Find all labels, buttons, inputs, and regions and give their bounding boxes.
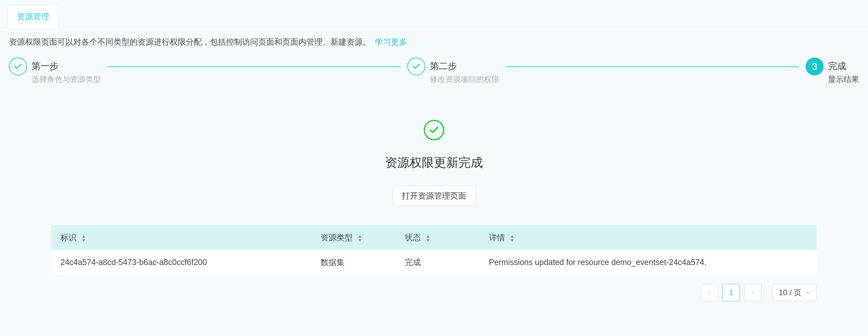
column-header-detail[interactable]: 详情 ▲▼: [480, 225, 816, 250]
check-icon: [9, 58, 27, 75]
results-table-wrap: 标识 ▲▼ 资源类型 ▲▼ 状态 ▲▼ 详情 ▲▼: [0, 225, 868, 275]
column-header-id-label: 标识: [60, 233, 76, 242]
step-3-number-icon: 3: [806, 58, 824, 75]
chevron-down-icon: [805, 290, 810, 295]
step-2-title: 第二步: [430, 60, 499, 72]
column-header-status[interactable]: 状态 ▲▼: [396, 225, 480, 250]
sort-icon: ▲▼: [426, 234, 431, 242]
cell-detail: Permissions updated for resource demo_ev…: [480, 250, 816, 275]
sort-icon: ▲▼: [510, 234, 515, 242]
sort-icon: ▲▼: [81, 234, 86, 242]
step-1-subtitle: 选择角色与资源类型: [31, 74, 101, 85]
chevron-right-icon: [750, 290, 756, 296]
table-header-row: 标识 ▲▼ 资源类型 ▲▼ 状态 ▲▼ 详情 ▲▼: [52, 225, 816, 250]
column-header-type-label: 资源类型: [320, 233, 353, 242]
step-1: 第一步 选择角色与资源类型: [9, 58, 101, 85]
step-2: 第二步 修改资源项目的权限: [407, 58, 499, 85]
step-connector-1: [107, 67, 401, 67]
tab-resource-management[interactable]: 资源管理: [8, 5, 59, 28]
check-icon: [407, 58, 425, 75]
table-row: 24c4a574-a8cd-5473-b6ac-a8c0ccf6f200 数据集…: [52, 250, 816, 275]
step-3: 3 完成 显示结果: [806, 58, 859, 85]
sort-icon: ▲▼: [358, 234, 362, 242]
column-header-id[interactable]: 标识 ▲▼: [52, 225, 311, 250]
chevron-left-icon: [706, 290, 712, 296]
next-page-button[interactable]: [744, 284, 762, 301]
result-section: 资源权限更新完成 打开资源管理页面: [0, 88, 868, 225]
learn-more-link[interactable]: 学习更多: [375, 37, 407, 46]
step-connector-2: [506, 67, 799, 67]
step-1-title: 第一步: [31, 60, 101, 72]
step-3-subtitle: 显示结果: [828, 74, 859, 85]
page-number-1[interactable]: 1: [722, 284, 740, 301]
pagination: 1 10 / 页: [0, 275, 868, 310]
result-title: 资源权限更新完成: [385, 155, 483, 171]
description-text: 资源权限页面可以对各个不同类型的资源进行权限分配，包括控制访问页面和页面内管理、…: [9, 37, 371, 46]
step-2-subtitle: 修改资源项目的权限: [430, 74, 499, 85]
prev-page-button[interactable]: [701, 284, 718, 301]
column-header-detail-label: 详情: [489, 233, 505, 242]
page-size-label: 10 / 页: [779, 288, 802, 298]
column-header-type[interactable]: 资源类型 ▲▼: [311, 225, 396, 250]
cell-type: 数据集: [311, 250, 396, 275]
step-3-title: 完成: [828, 60, 859, 72]
results-table: 标识 ▲▼ 资源类型 ▲▼ 状态 ▲▼ 详情 ▲▼: [52, 225, 816, 275]
cell-status: 完成: [396, 250, 480, 275]
column-header-status-label: 状态: [405, 233, 421, 242]
steps-bar: 第一步 选择角色与资源类型 第二步 修改资源项目的权限 3 完成: [0, 52, 868, 88]
tabs-bar: 资源管理: [0, 0, 868, 28]
open-resource-management-button[interactable]: 打开资源管理页面: [393, 186, 475, 206]
cell-id: 24c4a574-a8cd-5473-b6ac-a8c0ccf6f200: [52, 250, 311, 275]
page-size-select[interactable]: 10 / 页: [773, 284, 816, 301]
page-description: 资源权限页面可以对各个不同类型的资源进行权限分配，包括控制访问页面和页面内管理、…: [0, 28, 868, 52]
success-check-icon: [424, 120, 444, 140]
